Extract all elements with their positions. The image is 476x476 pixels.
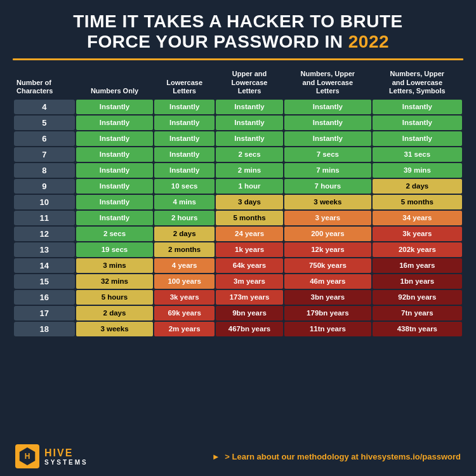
cell-chars: 12 [14,227,75,241]
cell-value: Instantly [373,131,462,146]
cell-value: 39 mins [373,163,462,178]
table-row: 165 hours3k years173m years3bn years92bn… [14,290,462,305]
table-row: 4InstantlyInstantlyInstantlyInstantlyIns… [14,100,462,114]
cell-chars: 17 [14,306,75,321]
cell-value: 202k years [373,242,462,257]
cell-value: 46m years [284,274,371,289]
cell-value: 5 months [373,195,462,209]
cell-value: 2 days [373,179,462,194]
table-row: 11Instantly2 hours5 months3 years34 year… [14,211,462,225]
cell-value: 4 years [154,258,215,273]
col-header-numbers: Numbers Only [76,67,154,98]
cell-chars: 15 [14,274,75,289]
cell-value: 64k years [216,258,283,273]
cell-value: 32 mins [76,274,154,289]
cell-value: Instantly [216,131,283,146]
cell-value: 3 weeks [76,322,154,336]
table-row: 5InstantlyInstantlyInstantlyInstantlyIns… [14,116,462,130]
table-header-row: Number ofCharacters Numbers Only Lowerca… [14,67,462,98]
table-row: 143 mins4 years64k years750k years16m ye… [14,258,462,273]
cell-value: 7 hours [284,179,371,194]
footer-cta[interactable]: ► > Learn about our methodology at hives… [212,452,461,461]
cell-value: 750k years [284,258,371,273]
col-header-all: Numbers, Upperand LowercaseLetters, Symb… [373,67,462,98]
col-header-upper-lower: Upper andLowercaseLetters [216,67,283,98]
logo-systems-text: SYSTEMS [44,459,88,466]
title-section: TIME IT TAKES A HACKER TO BRUTE FORCE YO… [13,11,463,52]
cell-value: 11tn years [284,322,371,336]
cell-value: Instantly [76,100,154,114]
logo-section: H HIVE SYSTEMS [15,444,88,468]
cell-chars: 4 [14,100,75,114]
cell-chars: 14 [14,258,75,273]
cell-value: 2 days [76,306,154,321]
password-table: Number ofCharacters Numbers Only Lowerca… [13,65,463,338]
cell-value: 179bn years [284,306,371,321]
cell-value: 2 mins [216,163,283,178]
title-line1: TIME IT TAKES A HACKER TO BRUTE [73,11,403,31]
table-row: 122 secs2 days24 years200 years3k years [14,227,462,241]
cell-value: Instantly [154,116,215,130]
table-wrapper: Number ofCharacters Numbers Only Lowerca… [13,65,463,439]
cell-value: 9bn years [216,306,283,321]
cell-value: 7 mins [284,163,371,178]
cell-value: 31 secs [373,147,462,162]
cell-value: Instantly [154,163,215,178]
cell-value: 7tn years [373,306,462,321]
cell-value: 438tn years [373,322,462,336]
cell-value: 2 days [154,227,215,241]
table-row: 9Instantly10 secs1 hour7 hours2 days [14,179,462,194]
cell-value: 12k years [284,242,371,257]
col-header-chars: Number ofCharacters [14,67,75,98]
cell-value: Instantly [284,100,371,114]
cell-value: 5 hours [76,290,154,305]
logo-hive-text: HIVE [44,447,88,459]
footer-cta-link: hivesystems.io/password [360,452,461,461]
arrow-icon: ► [212,452,220,461]
cell-value: 3 years [284,211,371,225]
cell-value: Instantly [284,116,371,130]
cell-value: 19 secs [76,242,154,257]
cell-value: 3m years [216,274,283,289]
cell-chars: 18 [14,322,75,336]
page-title: TIME IT TAKES A HACKER TO BRUTE FORCE YO… [13,11,463,52]
gold-divider [13,58,463,60]
cell-value: 2 months [154,242,215,257]
cell-value: 3 mins [76,258,154,273]
cell-value: Instantly [373,100,462,114]
cell-value: 1k years [216,242,283,257]
cell-value: 3k years [373,227,462,241]
col-header-lowercase: LowercaseLetters [154,67,215,98]
cell-value: 2 hours [154,211,215,225]
cell-value: Instantly [76,116,154,130]
cell-value: 1 hour [216,179,283,194]
cell-value: 2m years [154,322,215,336]
table-row: 8InstantlyInstantly2 mins7 mins39 mins [14,163,462,178]
cell-chars: 7 [14,147,75,162]
title-line2: FORCE YOUR PASSWORD IN [87,32,348,51]
cell-value: 5 months [216,211,283,225]
cell-value: Instantly [76,211,154,225]
cell-value: 16m years [373,258,462,273]
cell-value: 7 secs [284,147,371,162]
table-row: 6InstantlyInstantlyInstantlyInstantlyIns… [14,131,462,146]
cell-value: Instantly [216,116,283,130]
cell-value: 69k years [154,306,215,321]
cell-value: 3k years [154,290,215,305]
cell-value: 92bn years [373,290,462,305]
table-row: 1532 mins100 years3m years46m years1bn y… [14,274,462,289]
footer-cta-text: > Learn about our methodology at [225,452,360,461]
cell-value: 24 years [216,227,283,241]
cell-value: 3 weeks [284,195,371,209]
cell-value: 2 secs [216,147,283,162]
table-row: 10Instantly4 mins3 days3 weeks5 months [14,195,462,209]
table-row: 183 weeks2m years467bn years11tn years43… [14,322,462,336]
svg-text:H: H [25,452,30,461]
cell-value: 10 secs [154,179,215,194]
cell-value: Instantly [373,116,462,130]
table-row: 172 days69k years9bn years179bn years7tn… [14,306,462,321]
main-container: TIME IT TAKES A HACKER TO BRUTE FORCE YO… [0,0,476,476]
cell-value: Instantly [216,100,283,114]
cell-value: 173m years [216,290,283,305]
table-row: 1319 secs2 months1k years12k years202k y… [14,242,462,257]
